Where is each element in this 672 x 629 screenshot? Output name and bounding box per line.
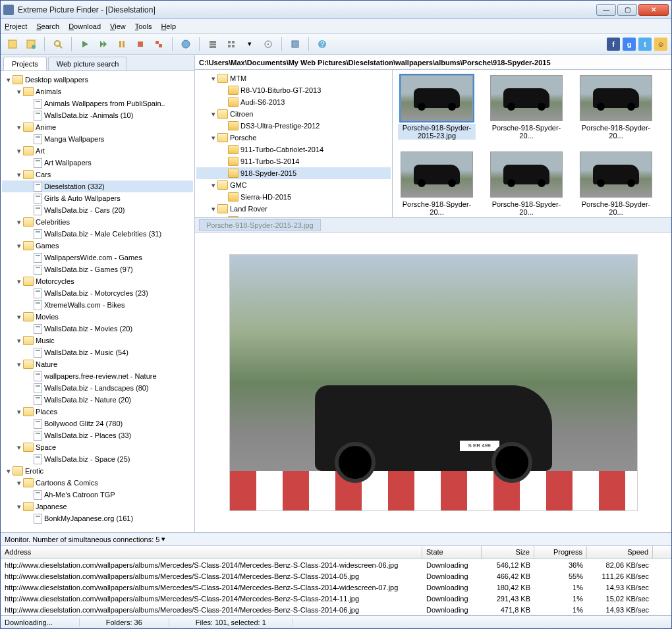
tree-item[interactable]: 911-Turbo-Cabriolet-2014 <box>196 144 391 155</box>
tree-item[interactable]: WallsData.biz - Movies (20) <box>2 323 193 335</box>
donate-icon[interactable]: ☺ <box>654 38 667 51</box>
tab-projects[interactable]: Projects <box>3 57 47 70</box>
col-speed[interactable]: Speed <box>587 546 653 559</box>
tree-item[interactable]: Sierra-HD-2015 <box>196 191 391 203</box>
tree-item[interactable]: ▾Erotic <box>2 465 193 477</box>
tree-item[interactable]: ▾Celebrities <box>2 216 193 228</box>
tree-item[interactable]: Range-Rover-Hybrid-2015 <box>196 215 391 217</box>
view-list-button[interactable] <box>205 36 221 52</box>
tree-item[interactable]: Dieselstation (332) <box>2 180 193 192</box>
tree-item[interactable]: ▾Movies <box>2 311 193 323</box>
tree-item[interactable]: WallsData.biz - Games (97) <box>2 263 193 275</box>
google-icon[interactable]: g <box>623 38 636 51</box>
tree-item[interactable]: Manga Wallpapers <box>2 133 193 145</box>
tree-item[interactable]: ▾Japanese <box>2 501 193 512</box>
twitter-icon[interactable]: t <box>638 38 652 51</box>
col-address[interactable]: Address <box>1 546 422 559</box>
thumbnail[interactable]: Porsche-918-Spyder-20... <box>577 75 655 140</box>
tree-item[interactable]: ▾Motorcycles <box>2 275 193 287</box>
tree-item[interactable]: WallsData.biz - Nature (20) <box>2 394 193 406</box>
help-button[interactable]: ? <box>314 36 330 52</box>
col-size[interactable]: Size <box>482 546 534 559</box>
stop-all-button[interactable] <box>151 36 167 52</box>
tree-item[interactable]: Ah-Me's Catroon TGP <box>2 489 193 501</box>
thumbnail[interactable]: Porsche-918-Spyder-20... <box>488 151 565 216</box>
edit-project-button[interactable] <box>23 36 39 52</box>
tree-item[interactable]: WallpapersWide.com - Games <box>2 252 193 263</box>
tree-item[interactable]: Bollywood Glitz 24 (780) <box>2 418 193 429</box>
thumbnail[interactable]: Porsche-918-Spyder-20... <box>488 75 565 140</box>
tree-item[interactable]: WallsData.biz -Animals (10) <box>2 109 193 121</box>
tree-item[interactable]: ▾Citroen <box>196 108 391 120</box>
settings-button[interactable] <box>287 36 303 52</box>
tree-item[interactable]: Animals Wallpapers from PubliSpain.. <box>2 97 193 109</box>
col-state[interactable]: State <box>422 546 482 559</box>
tree-item[interactable]: ▾Desktop wallpapers <box>2 74 193 86</box>
close-button[interactable]: ✕ <box>638 4 669 16</box>
menu-tools[interactable]: Tools <box>135 22 152 30</box>
download-row[interactable]: http://www.dieselstation.com/wallpapers/… <box>1 582 671 593</box>
tree-item[interactable]: R8-V10-Biturbo-GT-2013 <box>196 84 391 96</box>
tree-item[interactable]: ▾Cartoons & Comics <box>2 477 193 489</box>
thumbnail[interactable]: Porsche-918-Spyder-20... <box>398 151 476 216</box>
tree-item[interactable]: WallsData.biz - Music (54) <box>2 346 193 358</box>
thumbnail[interactable]: Porsche-918-Spyder-2015-23.jpg <box>398 75 476 140</box>
tree-item[interactable]: ▾Cars <box>2 169 193 180</box>
tab-web-search[interactable]: Web picture search <box>48 57 128 70</box>
download-row[interactable]: http://www.dieselstation.com/wallpapers/… <box>1 593 671 604</box>
tree-item[interactable]: WallsData.biz - Places (33) <box>2 429 193 441</box>
facebook-icon[interactable]: f <box>607 38 620 51</box>
folder-tree[interactable]: ▾MTMR8-V10-Biturbo-GT-2013Audi-S6-2013▾C… <box>195 70 393 217</box>
pause-button[interactable] <box>114 36 130 52</box>
project-tree[interactable]: ▾Desktop wallpapers▾AnimalsAnimals Wallp… <box>1 71 194 527</box>
tree-item[interactable]: Art Wallpapers <box>2 157 193 169</box>
tree-item[interactable]: ▾Art <box>2 145 193 157</box>
preview-file-tab[interactable]: Porsche-918-Spyder-2015-23.jpg <box>199 219 321 231</box>
monitor-header[interactable]: Monitor. Number of simultaneous connecti… <box>1 533 671 546</box>
tree-item[interactable]: WallsData.biz - Space (25) <box>2 453 193 465</box>
browser-button[interactable] <box>178 36 194 52</box>
tree-item[interactable]: DS3-Ultra-Prestige-2012 <box>196 120 391 132</box>
tree-item[interactable]: ▾Music <box>2 335 193 346</box>
download-row[interactable]: http://www.dieselstation.com/wallpapers/… <box>1 570 671 582</box>
play-all-button[interactable] <box>96 36 111 52</box>
view-thumbs-button[interactable] <box>223 36 239 52</box>
tree-item[interactable]: WallsData.biz - Male Celebrities (31) <box>2 228 193 240</box>
tree-item[interactable]: Girls & Auto Wallpapers <box>2 192 193 204</box>
tree-item[interactable]: ▾Porsche <box>196 132 391 144</box>
tree-item[interactable]: WallsData.biz - Landscapes (80) <box>2 382 193 394</box>
tree-item[interactable]: ▾Anime <box>2 121 193 133</box>
tree-item[interactable]: ▾Nature <box>2 358 193 370</box>
maximize-button[interactable]: ▢ <box>617 4 637 16</box>
tree-item[interactable]: ▾Places <box>2 406 193 418</box>
tree-item[interactable]: ▾GMC <box>196 179 391 191</box>
tree-item[interactable]: ▾MTM <box>196 72 391 84</box>
menu-view[interactable]: View <box>110 22 126 30</box>
target-button[interactable] <box>260 36 276 52</box>
tree-item[interactable]: ▾Land Rover <box>196 203 391 215</box>
menu-help[interactable]: Help <box>161 22 176 30</box>
col-progress[interactable]: Progress <box>534 546 587 559</box>
view-dropdown-button[interactable]: ▾ <box>242 36 258 52</box>
tree-item[interactable]: WallsData.biz - Motorcycles (23) <box>2 287 193 299</box>
tree-item[interactable]: Audi-S6-2013 <box>196 96 391 108</box>
download-row[interactable]: http://www.dieselstation.com/wallpapers/… <box>1 559 671 570</box>
tree-item[interactable]: BonkMyJapanese.org (161) <box>2 512 193 524</box>
minimize-button[interactable]: — <box>596 4 616 16</box>
new-project-button[interactable] <box>5 36 20 52</box>
thumbnail[interactable]: Porsche-918-Spyder-20... <box>577 151 655 216</box>
search-button[interactable] <box>50 36 66 52</box>
thumbnail-grid[interactable]: Porsche-918-Spyder-2015-23.jpgPorsche-91… <box>393 70 671 217</box>
tree-item[interactable]: XtremeWalls.com - Bikes <box>2 299 193 311</box>
menu-search[interactable]: Search <box>36 22 59 30</box>
menu-project[interactable]: Project <box>5 22 27 30</box>
tree-item[interactable]: ▾Animals <box>2 86 193 97</box>
tree-item[interactable]: ▾Space <box>2 441 193 453</box>
tree-item[interactable]: WallsData.biz - Cars (20) <box>2 204 193 216</box>
tree-item[interactable]: 918-Spyder-2015 <box>196 167 391 179</box>
tree-item[interactable]: 911-Turbo-S-2014 <box>196 155 391 167</box>
play-button[interactable] <box>77 36 93 52</box>
menu-download[interactable]: Download <box>69 22 101 30</box>
download-row[interactable]: http://www.dieselstation.com/wallpapers/… <box>1 604 671 615</box>
tree-item[interactable]: wallpapers.free-review.net - Nature <box>2 370 193 382</box>
